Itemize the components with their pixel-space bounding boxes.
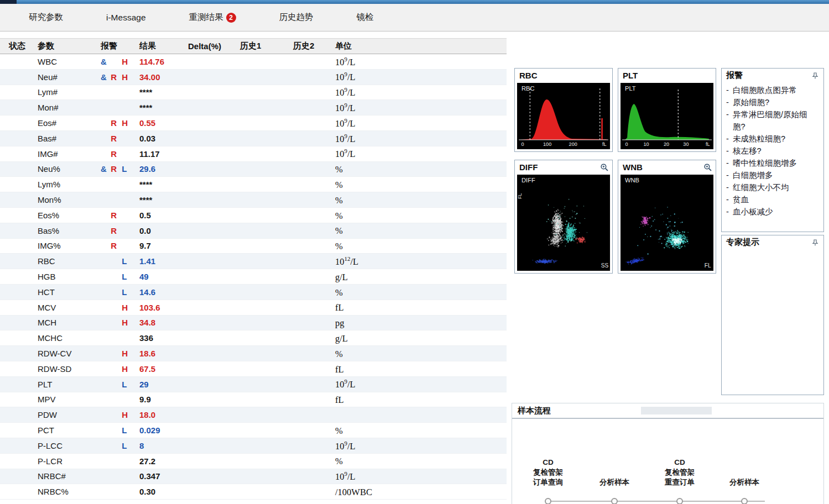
table-row[interactable]: MCH H 34.8 pg bbox=[0, 316, 507, 331]
table-row[interactable]: Mon# **** 109/L bbox=[0, 100, 507, 116]
unit-cell: 109/L bbox=[332, 378, 507, 390]
table-row[interactable]: Mon% **** % bbox=[0, 192, 507, 208]
result-cell: 27.2 bbox=[136, 456, 185, 466]
result-cell: 0.5 bbox=[136, 211, 185, 220]
alarm-panel-title: 报警 bbox=[726, 70, 743, 81]
flag-high-low: H bbox=[122, 303, 129, 312]
tab-research-params[interactable]: 研究参数 bbox=[21, 4, 71, 31]
table-row[interactable]: P-LCC L 8 109/L bbox=[0, 438, 507, 454]
svg-text:fL: fL bbox=[706, 141, 710, 147]
flag-r: R bbox=[111, 164, 119, 174]
table-row[interactable]: PDW H 18.0 bbox=[0, 407, 507, 423]
table-row[interactable]: IMG% R 9.7 % bbox=[0, 239, 507, 254]
unit-base: % bbox=[335, 287, 343, 297]
table-row[interactable]: RDW-SD H 67.5 fL bbox=[0, 361, 507, 377]
alarm-bullet: - bbox=[726, 108, 733, 133]
unit-cell: g/L bbox=[332, 271, 507, 283]
unit-base: fL bbox=[335, 302, 344, 313]
table-row[interactable]: Eos% R 0.5 % bbox=[0, 208, 507, 223]
table-row[interactable]: Lym# **** 109/L bbox=[0, 85, 507, 101]
svg-text:10: 10 bbox=[643, 141, 649, 147]
window-top-strip bbox=[0, 0, 829, 4]
right-column: RBC RBC 0 100 200 fL PLT bbox=[507, 63, 829, 504]
flag-cell: R bbox=[97, 241, 136, 250]
pin-icon[interactable] bbox=[810, 71, 820, 81]
alarm-text: 嗜中性粒细胞增多 bbox=[733, 157, 797, 169]
flag-r: R bbox=[111, 149, 119, 159]
table-row[interactable]: Eos# R H 0.55 109/L bbox=[0, 116, 507, 131]
flag-high-low: H bbox=[122, 318, 129, 327]
flag-cell: H bbox=[97, 349, 136, 358]
unit-suffix: /L bbox=[347, 471, 356, 482]
timeline-node bbox=[741, 498, 748, 504]
table-row[interactable]: RDW-CV H 18.6 % bbox=[0, 346, 507, 361]
unit-base: % bbox=[335, 425, 343, 435]
zoom-in-icon[interactable] bbox=[599, 162, 609, 172]
tab-microscopy[interactable]: 镜检 bbox=[349, 4, 382, 31]
flag-amp: & bbox=[101, 57, 108, 66]
alarm-text: 异常淋巴细胞/原始细胞? bbox=[733, 108, 819, 133]
unit-cell: 109/L bbox=[332, 86, 507, 98]
unit-suffix: /L bbox=[347, 440, 356, 451]
table-row[interactable]: RBC L 1.41 1012/L bbox=[0, 254, 507, 269]
table-row[interactable]: HCT L 14.6 % bbox=[0, 285, 507, 300]
unit-cell: % bbox=[332, 348, 507, 360]
unit-suffix: /L bbox=[347, 149, 356, 159]
flow-step-action: 分析样本 bbox=[703, 456, 786, 487]
table-row[interactable]: HGB L 49 g/L bbox=[0, 269, 507, 285]
alarm-bullet: - bbox=[726, 157, 733, 169]
table-row[interactable]: P-LCR 27.2 % bbox=[0, 454, 507, 469]
parameter-cell: WBC bbox=[34, 57, 97, 66]
pin-icon[interactable] bbox=[810, 238, 820, 248]
table-row[interactable]: MPV 9.9 fL bbox=[0, 392, 507, 408]
unit-suffix: /L bbox=[347, 379, 356, 390]
parameter-cell: RBC bbox=[34, 256, 97, 266]
table-row[interactable]: Bas# R 0.03 109/L bbox=[0, 131, 507, 146]
table-row[interactable]: NRBC% 0.30 /100WBC bbox=[0, 484, 507, 500]
svg-text:FL: FL bbox=[517, 193, 523, 199]
parameter-cell: Neu% bbox=[34, 164, 97, 174]
tab-i-message[interactable]: i-Message bbox=[98, 4, 154, 31]
alarm-panel: 报警 - 白细胞散点图异常 - 原始细胞? - 异常淋巴细胞/原始细胞? - 未… bbox=[721, 68, 824, 232]
table-row[interactable]: PLT L 29 109/L bbox=[0, 377, 507, 392]
alarm-bullet: - bbox=[726, 206, 733, 218]
unit-base: 10 bbox=[335, 133, 345, 144]
table-row[interactable]: Lym% **** % bbox=[0, 177, 507, 192]
unit-cell: % bbox=[332, 163, 507, 175]
unit-base: pg bbox=[335, 318, 345, 328]
flag-cell: H bbox=[97, 410, 136, 419]
table-row[interactable]: Neu% & R L 29.6 % bbox=[0, 162, 507, 177]
sample-flow-title: 样本流程 bbox=[518, 406, 551, 416]
unit-cell: g/L bbox=[332, 332, 507, 344]
parameter-cell: Neu# bbox=[34, 72, 97, 82]
diff-plot: DIFF SS FL bbox=[517, 175, 610, 271]
flag-r: R bbox=[111, 134, 119, 143]
table-row[interactable]: Bas% R 0.0 % bbox=[0, 223, 507, 239]
result-cell: 11.17 bbox=[136, 149, 185, 159]
alarm-item: - 贫血 bbox=[726, 193, 819, 206]
alarm-item: - 红细胞大小不均 bbox=[726, 181, 819, 193]
alarm-item: - 嗜中性粒细胞增多 bbox=[726, 157, 819, 169]
unit-cell: % bbox=[332, 194, 507, 206]
unit-cell: 109/L bbox=[332, 71, 507, 83]
unit-base: % bbox=[335, 180, 343, 190]
table-row[interactable]: Neu# & R H 34.00 109/L bbox=[0, 70, 507, 85]
table-body: WBC & H 114.76 109/L Neu# & R H bbox=[0, 54, 507, 500]
table-row[interactable]: NRBC# 0.347 109/L bbox=[0, 469, 507, 485]
table-row[interactable]: MCHC 336 g/L bbox=[0, 330, 507, 346]
tab-history-trend[interactable]: 历史趋势 bbox=[272, 4, 321, 31]
table-row[interactable]: PCT L 0.029 % bbox=[0, 423, 507, 438]
unit-base: 10 bbox=[335, 87, 345, 98]
zoom-in-icon[interactable] bbox=[702, 162, 712, 172]
unit-cell: pg bbox=[332, 317, 507, 329]
table-row[interactable]: WBC & H 114.76 109/L bbox=[0, 54, 507, 70]
unit-suffix: /L bbox=[347, 103, 356, 113]
parameter-cell: Mon% bbox=[34, 195, 97, 204]
rbc-plot: RBC 0 100 200 fL bbox=[517, 83, 610, 149]
parameter-cell: NRBC% bbox=[34, 487, 97, 496]
table-row[interactable]: MCV H 103.6 fL bbox=[0, 300, 507, 316]
alarm-item: - 血小板减少 bbox=[726, 206, 819, 218]
tab-retest-results[interactable]: 重测结果 2 bbox=[181, 4, 244, 31]
table-row[interactable]: IMG# R 11.17 109/L bbox=[0, 146, 507, 162]
window-corner-block bbox=[0, 0, 17, 4]
